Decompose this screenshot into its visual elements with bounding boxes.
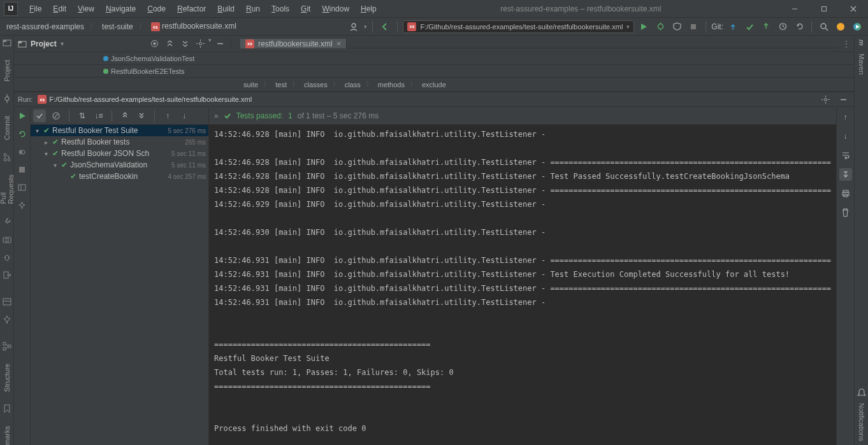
profile-button[interactable] — [686, 20, 700, 34]
chevron-right-icon[interactable]: ▸ — [42, 139, 50, 146]
tool-icon[interactable] — [2, 217, 12, 226]
menu-help[interactable]: Help — [356, 2, 382, 16]
git-push-icon[interactable] — [759, 20, 773, 34]
crumb-project[interactable]: rest-assured-examples — [4, 21, 87, 32]
prev-button[interactable]: ↑ — [161, 109, 174, 122]
coverage-button[interactable] — [670, 20, 684, 34]
menu-build[interactable]: Build — [212, 2, 240, 16]
structure-crumb[interactable]: class — [345, 81, 361, 88]
notifications-icon[interactable] — [857, 388, 866, 397]
more-chevron-icon[interactable]: » — [214, 111, 219, 120]
chevron-down-icon[interactable]: ▾ — [42, 150, 50, 157]
next-button[interactable]: ↓ — [178, 109, 191, 122]
project-tool-icon[interactable] — [2, 38, 12, 47]
rerun-failed-button[interactable] — [16, 127, 29, 140]
structure-tool-label[interactable]: Structure — [2, 360, 12, 396]
bug-icon[interactable] — [2, 253, 12, 262]
bookmarks-tool-label[interactable]: Bookmarks — [2, 422, 12, 445]
chevron-down-icon[interactable]: ▾ — [51, 162, 59, 169]
print-icon[interactable] — [839, 187, 852, 200]
crumb-folder[interactable]: test-suite — [99, 21, 136, 32]
git-commit-icon[interactable] — [742, 20, 756, 34]
toggle-auto-button[interactable] — [16, 145, 29, 158]
pin-button[interactable] — [16, 199, 29, 211]
chevron-down-icon[interactable]: ▾ — [61, 40, 64, 47]
hide-icon[interactable] — [836, 92, 850, 106]
collapse-all-icon[interactable] — [178, 37, 192, 51]
test-tree[interactable]: ▾✔Restful Booker Test Suite5 sec 276 ms▸… — [31, 125, 208, 445]
git-update-icon[interactable] — [726, 20, 740, 34]
expand-all-button[interactable] — [119, 109, 131, 122]
rerun-button[interactable] — [16, 109, 29, 122]
editor-tab[interactable]: xs restfulbookersuite.xml × — [240, 39, 347, 48]
add-user-icon[interactable] — [347, 20, 361, 34]
pull-requests-label[interactable]: Pull Requests — [0, 171, 16, 208]
notifications-label[interactable]: Notifications — [857, 399, 867, 445]
expand-all-icon[interactable] — [163, 37, 177, 51]
stop-button[interactable] — [16, 163, 29, 176]
run-configuration-selector[interactable]: xs F:/Github/rest-assured-examples/test-… — [403, 20, 634, 33]
search-icon[interactable] — [817, 20, 831, 34]
structure-crumb[interactable]: classes — [304, 81, 328, 88]
dropdown-chevron-icon[interactable]: ▾ — [364, 24, 367, 30]
select-opened-file-icon[interactable] — [147, 37, 161, 51]
collapse-all-button[interactable] — [135, 109, 148, 122]
menu-tools[interactable]: Tools — [266, 2, 294, 16]
sort-alpha-button[interactable]: ↓≡ — [92, 109, 105, 122]
structure-crumb[interactable]: exclude — [422, 81, 446, 88]
run-button[interactable] — [637, 20, 651, 34]
soft-wrap-icon[interactable] — [839, 149, 852, 162]
gear-icon[interactable] — [193, 37, 207, 51]
menu-code[interactable]: Code — [142, 2, 171, 16]
commit-tool-icon[interactable] — [2, 94, 12, 103]
menu-refactor[interactable]: Refactor — [172, 2, 211, 16]
show-passed-button[interactable] — [33, 109, 46, 122]
pin-icon[interactable] — [2, 315, 12, 324]
ide-update-icon[interactable] — [834, 20, 848, 34]
test-tree-row[interactable]: ▾✔Restful Booker JSON Sch5 sec 11 ms — [31, 148, 208, 159]
structure-crumb[interactable]: test — [275, 81, 287, 88]
maximize-button[interactable] — [809, 0, 839, 18]
menu-view[interactable]: View — [73, 2, 99, 16]
debug-button[interactable] — [653, 20, 667, 34]
camera-icon[interactable] — [2, 235, 12, 244]
menu-file[interactable]: File — [24, 2, 47, 16]
back-arrow-icon[interactable] — [378, 20, 392, 34]
test-tree-row[interactable]: ▾✔Restful Booker Test Suite5 sec 276 ms — [31, 125, 208, 136]
menu-run[interactable]: Run — [241, 2, 265, 16]
close-button[interactable] — [839, 0, 868, 18]
structure-tool-icon[interactable] — [2, 342, 12, 351]
git-revert-icon[interactable] — [792, 20, 806, 34]
menu-edit[interactable]: Edit — [48, 2, 71, 16]
crumb-file[interactable]: xs restfulbookersuite.xml — [148, 20, 239, 33]
sort-button[interactable]: ⇅ — [76, 109, 89, 122]
minimize-button[interactable] — [780, 0, 809, 18]
structure-crumb[interactable]: suite — [243, 81, 258, 88]
project-label[interactable]: Project — [31, 39, 57, 48]
ide-settings-icon[interactable] — [850, 20, 864, 34]
trash-icon[interactable] — [839, 206, 852, 219]
test-tree-row[interactable]: ✔testCreateBookin4 sec 257 ms — [31, 171, 208, 182]
menu-window[interactable]: Window — [317, 2, 354, 16]
menu-git[interactable]: Git — [296, 2, 315, 16]
layout-button[interactable] — [16, 181, 29, 194]
structure-crumb[interactable]: methods — [378, 81, 405, 88]
layout-icon[interactable] — [2, 297, 12, 306]
console-output[interactable]: 14:52:46.928 [main] INFO io.github.mfais… — [209, 125, 836, 445]
chevron-down-icon[interactable]: ▾ — [33, 127, 41, 134]
chevron-down-icon[interactable]: ▾ — [208, 37, 212, 51]
maven-label[interactable]: Maven — [857, 50, 867, 78]
down-arrow-icon[interactable]: ↓ — [839, 130, 852, 143]
exit-icon[interactable] — [2, 271, 12, 279]
gear-icon[interactable] — [818, 92, 832, 106]
project-tool-label[interactable]: Project — [2, 56, 12, 85]
file-item[interactable]: RestfulBookerE2ETests — [103, 67, 185, 75]
close-tab-icon[interactable]: × — [336, 39, 342, 48]
test-tree-row[interactable]: ▾✔JsonSchemaValidation5 sec 11 ms — [31, 159, 208, 171]
up-arrow-icon[interactable]: ↑ — [839, 111, 852, 124]
scroll-to-end-icon[interactable] — [839, 168, 852, 181]
pull-requests-icon[interactable] — [2, 153, 12, 162]
git-history-icon[interactable] — [776, 20, 790, 34]
test-tree-row[interactable]: ▸✔Restful Booker tests265 ms — [31, 136, 208, 148]
menu-navigate[interactable]: Navigate — [101, 2, 141, 16]
